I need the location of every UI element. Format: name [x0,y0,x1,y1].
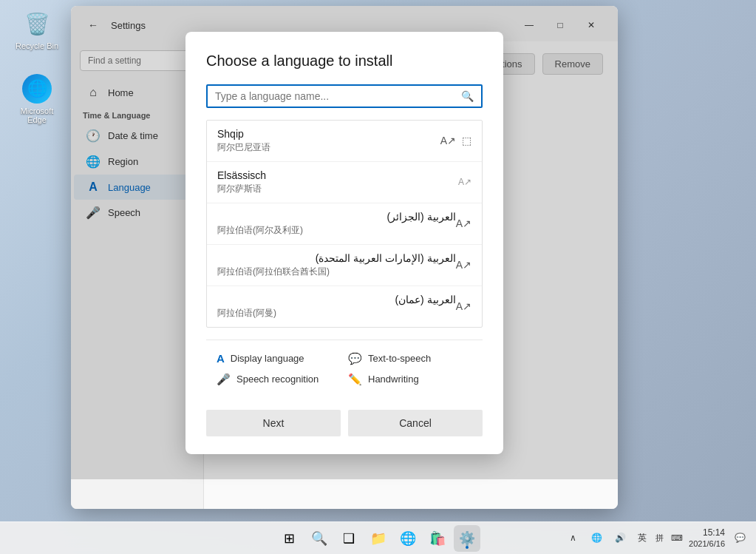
start-icon: ⊞ [284,530,295,547]
display-lang-icon-2: A↗ [456,217,471,229]
display-lang-icon: A↗ [440,135,456,146]
feature-handwriting: ✏️ Handwriting [348,373,472,386]
taskbar-right: ∧ 🌐 🔊 英 拼 ⌨ 15:14 2021/6/16 💬 [562,527,750,550]
display-pill-icon: A [217,352,225,365]
lang-info-elsassisch: Elsässisch 阿尔萨斯语 [217,169,458,195]
lang-icons-arabic-oman: A↗ [456,300,471,312]
time-display: 15:14 [689,527,725,539]
lang-native-elsassisch: 阿尔萨斯语 [217,183,458,195]
lang-native-arabic-algeria: 阿拉伯语(阿尔及利亚) [217,224,456,237]
start-button[interactable]: ⊞ [276,525,303,552]
lang-native-arabic-oman: 阿拉伯语(阿曼) [217,307,456,320]
speech-rec-label: Speech recognition [236,374,319,385]
lang-item-shqip[interactable]: Shqip 阿尔巴尼亚语 A↗ ⬚ [207,121,482,162]
install-language-dialog: Choose a language to install 🔍 Shqip 阿尔巴… [185,32,503,454]
lang-icons-arabic-uae: A↗ [456,259,471,271]
system-tray: ∧ 🌐 🔊 [562,527,630,548]
handwriting-icon: ✏️ [348,373,362,386]
date-display: 2021/6/16 [689,538,725,549]
lang-native-arabic-uae: 阿拉伯语(阿拉伯联合酋长国) [217,266,456,278]
speech-rec-icon: 🎤 [217,373,231,386]
edge-taskbar-icon: 🌐 [400,530,416,547]
lang-info-arabic-oman: العربية (عمان) 阿拉伯语(阿曼) [217,294,456,320]
lang-name-arabic-uae: العربية (الإمارات العربية المتحدة) [217,252,456,264]
store-button[interactable]: 🛍️ [424,525,451,552]
desktop-icon-recycle-bin[interactable]: 🗑️ Recycle Bin [10,9,64,50]
lang-native-shqip: 阿尔巴尼亚语 [217,141,440,154]
lang-name-arabic-algeria: العربية (الجزائر) [217,211,456,223]
lang-item-elsassisch[interactable]: Elsässisch 阿尔萨斯语 A↗ [207,162,482,203]
lang-item-arabic-algeria[interactable]: العربية (الجزائر) 阿拉伯语(阿尔及利亚) A↗ [207,203,482,245]
ime-indicator[interactable]: 拼 [654,533,665,544]
file-explorer-icon: 📁 [370,530,386,547]
taskbar-search-icon: 🔍 [311,530,327,547]
handwriting-label: Handwriting [368,374,419,385]
search-icon[interactable]: 🔍 [461,90,474,102]
language-indicator[interactable]: 英 [635,532,650,544]
tts-pill-icon: 💬 [348,352,362,365]
display-pill-label: Display language [231,353,304,364]
file-explorer-button[interactable]: 📁 [365,525,392,552]
lang-item-arabic-uae[interactable]: العربية (الإمارات العربية المتحدة) 阿拉伯语(… [207,245,482,286]
task-view-button[interactable]: ❑ [336,525,362,552]
network-tray-icon[interactable]: 🌐 [586,527,607,548]
taskbar: ⊞ 🔍 ❑ 📁 🌐 🛍️ ⚙️ ∧ 🌐 🔊 英 拼 ⌨ 15:14 [0,521,756,554]
feature-display-language: A Display language [217,352,341,365]
dialog-title: Choose a language to install [206,53,483,70]
display-only-icon: A↗ [458,177,471,187]
lang-icons-shqip: A↗ ⬚ [440,135,471,146]
language-search-input[interactable] [215,90,461,102]
search-container: 🔍 [206,84,483,108]
feature-speech-recognition: 🎤 Speech recognition [217,373,341,386]
settings-taskbar-button[interactable]: ⚙️ [454,525,480,552]
feature-text-to-speech: 💬 Text-to-speech [348,352,472,365]
lang-info-shqip: Shqip 阿尔巴尼亚语 [217,128,440,154]
next-button[interactable]: Next [206,410,341,436]
search-button[interactable]: 🔍 [306,525,333,552]
lang-name-arabic-oman: العربية (عمان) [217,294,456,305]
notification-icon[interactable]: 💬 [729,527,750,548]
recycle-bin-label: Recycle Bin [16,41,58,50]
recycle-bin-icon: 🗑️ [22,9,52,38]
display-lang-icon-3: A↗ [456,259,471,271]
settings-window: ← Settings — □ ✕ ⌂ Home Time & Language … [71,6,618,509]
taskbar-center: ⊞ 🔍 ❑ 📁 🌐 🛍️ ⚙️ [276,525,480,552]
dialog-buttons: Next Cancel [206,410,483,436]
up-arrow-tray[interactable]: ∧ [562,527,583,548]
display-lang-icon-4: A↗ [456,300,471,312]
lang-item-arabic-oman[interactable]: العربية (عمان) 阿拉伯语(阿曼) A↗ [207,286,482,327]
cancel-button[interactable]: Cancel [348,410,483,436]
link-icon: ⬚ [462,135,471,146]
desktop-icon-edge[interactable]: 🌐 Microsoft Edge [10,74,64,124]
lang-info-arabic-algeria: العربية (الجزائر) 阿拉伯语(阿尔及利亚) [217,211,456,237]
store-icon: 🛍️ [429,530,446,547]
language-list: Shqip 阿尔巴尼亚语 A↗ ⬚ Elsässisch 阿尔萨斯语 [206,120,483,328]
keyboard-layout-icon[interactable]: ⌨ [670,533,684,543]
lang-name-elsassisch: Elsässisch [217,169,458,181]
edge-icon: 🌐 [22,74,52,104]
tts-pill-label: Text-to-speech [368,353,431,364]
lang-icons-elsassisch: A↗ [458,177,471,187]
settings-taskbar-icon: ⚙️ [459,530,475,547]
lang-info-arabic-uae: العربية (الإمارات العربية المتحدة) 阿拉伯语(… [217,252,456,278]
time-block[interactable]: 15:14 2021/6/16 [689,527,725,550]
lang-icons-arabic-algeria: A↗ [456,217,471,229]
dialog-overlay: Choose a language to install 🔍 Shqip 阿尔巴… [71,6,618,479]
lang-name-shqip: Shqip [217,128,440,140]
feature-pills-container: A Display language 💬 Text-to-speech 🎤 Sp… [206,340,483,398]
task-view-icon: ❑ [343,530,355,547]
speaker-tray-icon[interactable]: 🔊 [610,527,630,548]
edge-taskbar-button[interactable]: 🌐 [395,525,421,552]
edge-label: Microsoft Edge [10,107,64,124]
